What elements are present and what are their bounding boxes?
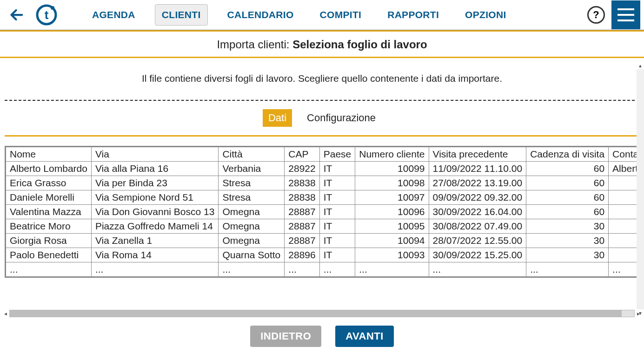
- page-title: Importa clienti: Seleziona foglio di lav…: [0, 30, 644, 58]
- table-cell: Verbania: [219, 162, 285, 176]
- svg-text:t: t: [45, 8, 49, 22]
- table-cell: [609, 205, 639, 219]
- table-cell: Stresa: [219, 176, 285, 190]
- table-cell: ...: [319, 262, 355, 277]
- worksheet-tab-configurazione[interactable]: Configurazione: [301, 109, 381, 127]
- worksheet-tabs: DatiConfigurazione: [5, 101, 639, 137]
- scroll-down-icon[interactable]: ▼: [637, 309, 644, 317]
- table-cell: Valentina Mazza: [6, 205, 92, 219]
- top-bar: t AGENDACLIENTICALENDARIOCOMPITIRAPPORTI…: [0, 0, 644, 30]
- table-cell: 28887: [285, 219, 319, 234]
- hamburger-icon: [617, 14, 634, 16]
- table-cell: 28896: [285, 248, 319, 262]
- nav-tab-agenda[interactable]: AGENDA: [86, 5, 142, 25]
- table-cell: 09/09/2022 09.32.00: [429, 190, 526, 205]
- table-cell: Stresa: [219, 190, 285, 205]
- scroll-left-icon[interactable]: ◄: [2, 310, 9, 317]
- table-cell: Quarna Sotto: [219, 248, 285, 262]
- scroll-track[interactable]: [9, 310, 635, 317]
- table-row: Beatrice MoroPiazza Goffredo Mameli 14Om…: [6, 219, 640, 234]
- table-cell: 10099: [355, 162, 429, 176]
- instruction-text: Il file contiene diversi fogli di lavoro…: [0, 58, 644, 100]
- table-cell: ...: [355, 262, 429, 277]
- table-cell: IT: [319, 205, 355, 219]
- column-header: Numero cliente: [355, 147, 429, 162]
- table-cell: ...: [526, 262, 609, 277]
- table-cell: [609, 176, 639, 190]
- table-cell: Via Roma 14: [91, 248, 218, 262]
- table-cell: [609, 190, 639, 205]
- table-cell: IT: [319, 248, 355, 262]
- nav-tab-rapporti[interactable]: RAPPORTI: [381, 5, 445, 25]
- table-cell: 60: [526, 162, 609, 176]
- table-cell: 10093: [355, 248, 429, 262]
- table-cell: Alberto Lombardo: [6, 162, 92, 176]
- menu-button[interactable]: [611, 0, 640, 29]
- table-cell: [609, 234, 639, 248]
- table-cell: 27/08/2022 13.19.00: [429, 176, 526, 190]
- table-cell: 10097: [355, 190, 429, 205]
- table-cell: Via Zanella 1: [91, 234, 218, 248]
- table-cell: [609, 219, 639, 234]
- nav-tab-opzioni[interactable]: OPZIONI: [458, 5, 512, 25]
- column-header: Visita precedente: [429, 147, 526, 162]
- table-cell: Piazza Goffredo Mameli 14: [91, 219, 218, 234]
- table-cell: 10094: [355, 234, 429, 248]
- help-button[interactable]: ?: [587, 6, 605, 24]
- table-cell: 28922: [285, 162, 319, 176]
- table-cell: 28/07/2022 12.55.00: [429, 234, 526, 248]
- table-cell: 10096: [355, 205, 429, 219]
- table-row: Valentina MazzaVia Don Giovanni Bosco 13…: [6, 205, 640, 219]
- nav-tab-calendario[interactable]: CALENDARIO: [221, 5, 300, 25]
- table-row: Giorgia RosaVia Zanella 1Omegna28887IT10…: [6, 234, 640, 248]
- table-cell: 30: [526, 248, 609, 262]
- scroll-track[interactable]: [637, 69, 644, 309]
- scroll-up-icon[interactable]: ▲: [637, 62, 644, 69]
- content-area: Il file contiene diversi fogli di lavoro…: [0, 58, 644, 309]
- nav-tab-clienti[interactable]: CLIENTI: [155, 4, 208, 26]
- table-cell: Beatrice Moro: [6, 219, 92, 234]
- table-cell: 28887: [285, 234, 319, 248]
- table-cell: ...: [609, 262, 639, 277]
- svg-point-2: [51, 6, 54, 10]
- title-prefix: Importa clienti:: [217, 38, 292, 51]
- table-cell: 30: [526, 219, 609, 234]
- table-cell: Via per Binda 23: [91, 176, 218, 190]
- table-cell: IT: [319, 234, 355, 248]
- table-cell: 60: [526, 190, 609, 205]
- table-cell: IT: [319, 219, 355, 234]
- table-cell: 30: [526, 234, 609, 248]
- table-cell: ...: [6, 262, 92, 277]
- worksheet-tab-dati[interactable]: Dati: [263, 109, 292, 127]
- horizontal-scrollbar[interactable]: ◄ ►: [2, 309, 642, 318]
- table-cell: Omegna: [219, 219, 285, 234]
- table-row: Alberto LombardoVia alla Piana 16Verbani…: [6, 162, 640, 176]
- table-cell: 28838: [285, 190, 319, 205]
- table-row: Daniele MorelliVia Sempione Nord 51Stres…: [6, 190, 640, 205]
- table-row: Paolo BenedettiVia Roma 14Quarna Sotto28…: [6, 248, 640, 262]
- table-cell: 30/09/2022 16.04.00: [429, 205, 526, 219]
- table-cell: 30/08/2022 07.49.00: [429, 219, 526, 234]
- table-cell: 11/09/2022 11.10.00: [429, 162, 526, 176]
- table-cell: IT: [319, 190, 355, 205]
- preview-table-container: NomeViaCittàCAPPaeseNumero clienteVisita…: [5, 146, 639, 278]
- vertical-scrollbar[interactable]: ▲ ▼: [637, 62, 644, 317]
- table-cell: 28838: [285, 176, 319, 190]
- nav-tab-compiti[interactable]: COMPITI: [313, 5, 368, 25]
- app-logo-icon: t: [35, 4, 58, 26]
- back-arrow-icon[interactable]: [7, 6, 26, 24]
- next-button[interactable]: AVANTI: [335, 326, 394, 347]
- column-header: Nome: [6, 147, 92, 162]
- scroll-thumb[interactable]: [10, 310, 622, 317]
- table-cell: 60: [526, 176, 609, 190]
- column-header: Contatto: [609, 147, 639, 162]
- table-cell: 28887: [285, 205, 319, 219]
- table-cell: 30/09/2022 15.25.00: [429, 248, 526, 262]
- main-nav: AGENDACLIENTICALENDARIOCOMPITIRAPPORTIOP…: [86, 4, 587, 26]
- table-cell: ...: [285, 262, 319, 277]
- table-cell: 10095: [355, 219, 429, 234]
- column-header: Via: [91, 147, 218, 162]
- table-cell: Paolo Benedetti: [6, 248, 92, 262]
- table-row: ...........................: [6, 262, 640, 277]
- back-button[interactable]: INDIETRO: [250, 326, 321, 347]
